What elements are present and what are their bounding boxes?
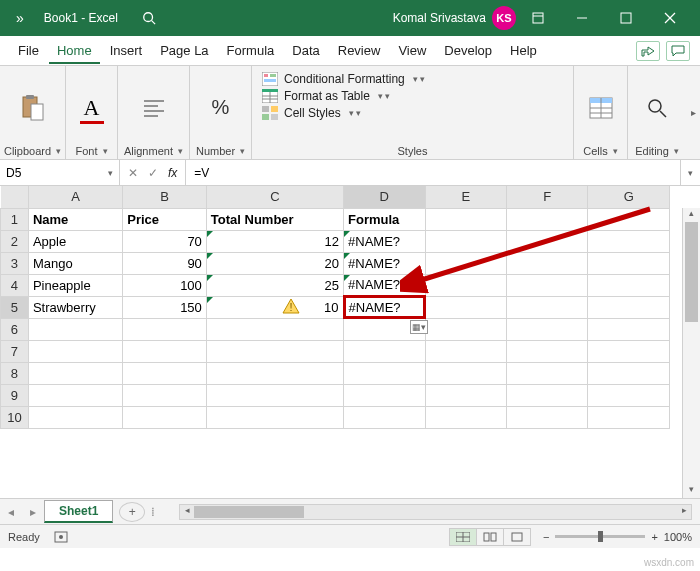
macro-record-icon[interactable] xyxy=(54,531,68,543)
cell-f2[interactable] xyxy=(507,230,588,252)
zoom-in-button[interactable]: + xyxy=(651,531,657,543)
cell-e4[interactable] xyxy=(425,274,506,296)
cell-c2[interactable]: 12 xyxy=(206,230,343,252)
chevron-down-icon[interactable]: ▾ xyxy=(108,168,113,178)
view-page-break[interactable] xyxy=(503,528,531,546)
cell-styles[interactable]: Cell Styles▾ xyxy=(262,106,361,120)
sheet-nav-next[interactable]: ▸ xyxy=(22,505,44,519)
cell-d5[interactable]: #NAME? xyxy=(344,296,425,318)
clipboard-label[interactable]: Clipboard xyxy=(4,145,61,157)
zoom-slider[interactable] xyxy=(555,535,645,538)
scroll-left-icon[interactable]: ◂ xyxy=(180,505,194,519)
row-header-3[interactable]: 3 xyxy=(1,252,29,274)
scroll-up-icon[interactable]: ▴ xyxy=(683,208,700,222)
tab-data[interactable]: Data xyxy=(284,39,327,62)
ribbon-scroll-right[interactable]: ▸ xyxy=(686,66,700,159)
row-header-6[interactable]: 6 xyxy=(1,318,29,340)
row-header-5[interactable]: 5 xyxy=(1,296,29,318)
maximize-button[interactable] xyxy=(604,0,648,36)
cell-f1[interactable] xyxy=(507,208,588,230)
worksheet-grid[interactable]: A B C D E F G 1 Name Price Total Number … xyxy=(0,186,700,498)
share-button[interactable] xyxy=(636,41,660,61)
zoom-out-button[interactable]: − xyxy=(543,531,549,543)
cell-f3[interactable] xyxy=(507,252,588,274)
col-header-b[interactable]: B xyxy=(123,186,207,208)
comments-button[interactable] xyxy=(666,41,690,61)
number-icon[interactable]: % xyxy=(207,94,235,122)
cell-a1[interactable]: Name xyxy=(28,208,122,230)
cell-e3[interactable] xyxy=(425,252,506,274)
col-header-c[interactable]: C xyxy=(206,186,343,208)
row-header-10[interactable]: 10 xyxy=(1,406,29,428)
vertical-scrollbar[interactable]: ▴ ▾ xyxy=(682,208,700,498)
paste-icon[interactable] xyxy=(19,94,47,122)
cell-d3[interactable]: #NAME? xyxy=(344,252,425,274)
cell-b1[interactable]: Price xyxy=(123,208,207,230)
alignment-label[interactable]: Alignment xyxy=(124,145,183,157)
account-name[interactable]: Komal Srivastava KS xyxy=(393,6,516,30)
cells-label[interactable]: Cells xyxy=(583,145,617,157)
cell-d2[interactable]: #NAME? xyxy=(344,230,425,252)
formula-input[interactable]: =V xyxy=(186,160,680,185)
cell-g4[interactable] xyxy=(588,274,670,296)
cell-c3[interactable]: 20 xyxy=(206,252,343,274)
col-header-d[interactable]: D xyxy=(344,186,425,208)
cell-c1[interactable]: Total Number xyxy=(206,208,343,230)
tab-insert[interactable]: Insert xyxy=(102,39,151,62)
row-header-1[interactable]: 1 xyxy=(1,208,29,230)
cell-g2[interactable] xyxy=(588,230,670,252)
cancel-formula-icon[interactable]: ✕ xyxy=(128,166,138,180)
font-icon[interactable]: A xyxy=(78,94,106,122)
format-as-table[interactable]: Format as Table▾ xyxy=(262,89,390,103)
cell-b4[interactable]: 100 xyxy=(123,274,207,296)
editing-label[interactable]: Editing xyxy=(635,145,679,157)
scroll-right-icon[interactable]: ▸ xyxy=(677,505,691,519)
insert-function-icon[interactable]: fx xyxy=(168,166,177,180)
view-normal[interactable] xyxy=(449,528,477,546)
col-header-a[interactable]: A xyxy=(28,186,122,208)
cell-g5[interactable] xyxy=(588,296,670,318)
scroll-down-icon[interactable]: ▾ xyxy=(683,484,700,498)
tab-page-layout[interactable]: Page La xyxy=(152,39,216,62)
row-header-9[interactable]: 9 xyxy=(1,384,29,406)
sheet-nav-prev[interactable]: ◂ xyxy=(0,505,22,519)
tab-help[interactable]: Help xyxy=(502,39,545,62)
col-header-f[interactable]: F xyxy=(507,186,588,208)
cell-a4[interactable]: Pineapple xyxy=(28,274,122,296)
cell-f5[interactable] xyxy=(507,296,588,318)
ribbon-display-options[interactable] xyxy=(516,0,560,36)
row-header-4[interactable]: 4 xyxy=(1,274,29,296)
cells-icon[interactable] xyxy=(587,94,615,122)
cell-e5[interactable] xyxy=(425,296,506,318)
cell-f4[interactable] xyxy=(507,274,588,296)
autofill-options-icon[interactable]: ▦▾ xyxy=(410,320,428,334)
quick-access-expand[interactable]: » xyxy=(8,10,32,26)
cell-d4[interactable]: #NAME? xyxy=(344,274,425,296)
name-box[interactable]: D5 ▾ xyxy=(0,160,120,185)
cell-a2[interactable]: Apple xyxy=(28,230,122,252)
expand-formula-bar[interactable]: ▾ xyxy=(680,160,700,185)
tab-formulas[interactable]: Formula xyxy=(219,39,283,62)
tab-view[interactable]: View xyxy=(390,39,434,62)
cell-e2[interactable] xyxy=(425,230,506,252)
scroll-thumb[interactable] xyxy=(685,222,698,322)
cell-e1[interactable] xyxy=(425,208,506,230)
col-header-e[interactable]: E xyxy=(425,186,506,208)
cell-g1[interactable] xyxy=(588,208,670,230)
cell-a5[interactable]: Strawberry xyxy=(28,296,122,318)
zoom-level[interactable]: 100% xyxy=(664,531,692,543)
cell-a3[interactable]: Mango xyxy=(28,252,122,274)
close-button[interactable] xyxy=(648,0,692,36)
cell-g3[interactable] xyxy=(588,252,670,274)
tab-home[interactable]: Home xyxy=(49,39,100,64)
font-label[interactable]: Font xyxy=(75,145,107,157)
cell-b3[interactable]: 90 xyxy=(123,252,207,274)
tab-developer[interactable]: Develop xyxy=(436,39,500,62)
cell-d1[interactable]: Formula xyxy=(344,208,425,230)
tab-file[interactable]: File xyxy=(10,39,47,62)
cell-c4[interactable]: 25 xyxy=(206,274,343,296)
select-all-corner[interactable] xyxy=(1,186,29,208)
cell-b5[interactable]: 150 xyxy=(123,296,207,318)
row-header-8[interactable]: 8 xyxy=(1,362,29,384)
col-header-g[interactable]: G xyxy=(588,186,670,208)
